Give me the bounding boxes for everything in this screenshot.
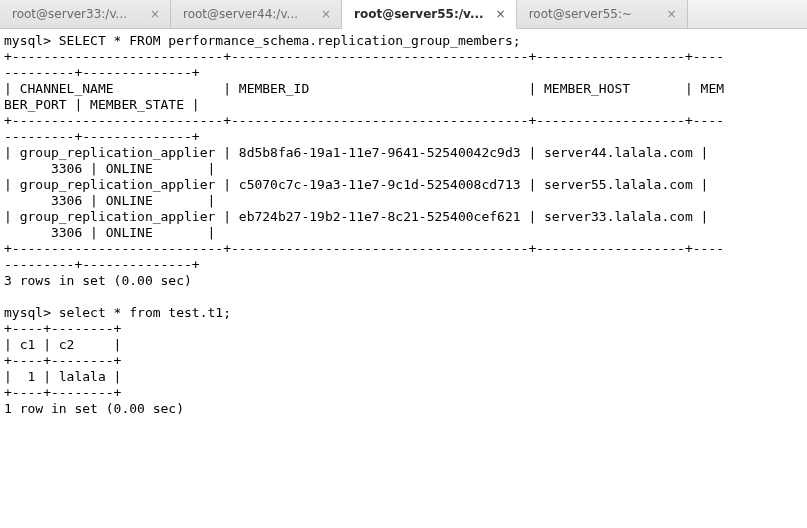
tab-server33[interactable]: root@server33:/v... × xyxy=(0,0,171,28)
table-row: | group_replication_applier | eb724b27-1… xyxy=(4,209,724,240)
table-row: | 1 | lalala | xyxy=(4,369,121,384)
table-border: +---------------------------+-----------… xyxy=(4,241,724,272)
sql-query-1: mysql> SELECT * FROM performance_schema.… xyxy=(4,33,521,48)
terminal-tabbar: root@server33:/v... × root@server44:/v..… xyxy=(0,0,807,29)
table-border: +----+--------+ xyxy=(4,385,121,400)
table-header-row: | CHANNEL_NAME | MEMBER_ID | MEMBER_HOST… xyxy=(4,81,724,112)
close-icon[interactable]: × xyxy=(148,7,162,21)
close-icon[interactable]: × xyxy=(319,7,333,21)
table-row: | group_replication_applier | 8d5b8fa6-1… xyxy=(4,145,724,176)
tab-server44[interactable]: root@server44:/v... × xyxy=(171,0,342,28)
tab-label: root@server33:/v... xyxy=(12,7,138,21)
table-row: | group_replication_applier | c5070c7c-1… xyxy=(4,177,724,208)
sql-query-2: mysql> select * from test.t1; xyxy=(4,305,231,320)
rows-in-set: 1 row in set (0.00 sec) xyxy=(4,401,184,416)
table-border: +----+--------+ xyxy=(4,353,121,368)
tab-server55-home[interactable]: root@server55:~ × xyxy=(517,0,688,28)
table-border: +---------------------------+-----------… xyxy=(4,49,724,80)
table-border: +----+--------+ xyxy=(4,321,121,336)
tab-label: root@server55:~ xyxy=(529,7,655,21)
tab-label: root@server55:/v... xyxy=(354,7,484,21)
tab-server55-v[interactable]: root@server55:/v... × xyxy=(342,0,517,29)
rows-in-set: 3 rows in set (0.00 sec) xyxy=(4,273,192,288)
close-icon[interactable]: × xyxy=(494,7,508,21)
table-border: +---------------------------+-----------… xyxy=(4,113,724,144)
close-icon[interactable]: × xyxy=(665,7,679,21)
table-header-row: | c1 | c2 | xyxy=(4,337,121,352)
terminal-output[interactable]: mysql> SELECT * FROM performance_schema.… xyxy=(0,29,807,421)
tab-label: root@server44:/v... xyxy=(183,7,309,21)
